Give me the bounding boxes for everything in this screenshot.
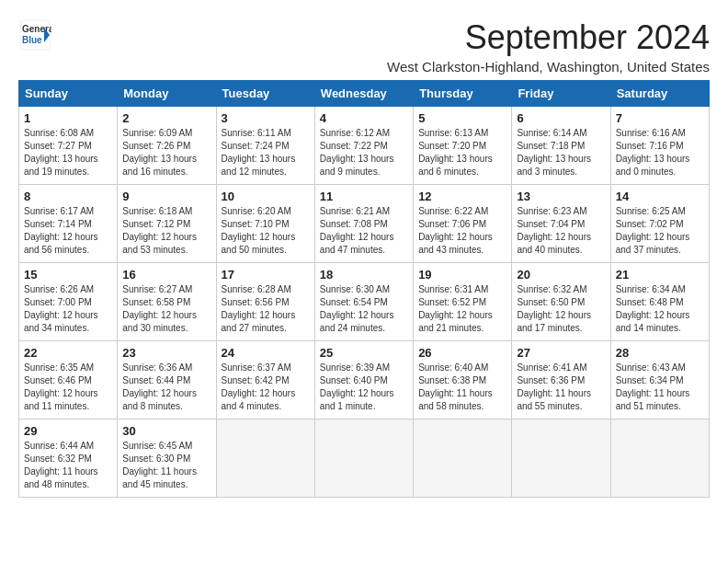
weekday-header-thursday: Thursday: [414, 81, 512, 107]
svg-text:Blue: Blue: [22, 35, 42, 45]
day-cell: 8Sunrise: 6:17 AMSunset: 7:14 PMDaylight…: [19, 185, 118, 263]
day-info: Sunrise: 6:27 AMSunset: 6:58 PMDaylight:…: [122, 283, 210, 335]
day-cell: [314, 419, 413, 498]
day-number: 15: [24, 268, 112, 282]
day-info: Sunrise: 6:20 AMSunset: 7:10 PMDaylight:…: [222, 205, 310, 257]
day-cell: 3Sunrise: 6:11 AMSunset: 7:24 PMDaylight…: [216, 107, 314, 185]
day-info: Sunrise: 6:13 AMSunset: 7:20 PMDaylight:…: [418, 127, 506, 178]
day-cell: 11Sunrise: 6:21 AMSunset: 7:08 PMDayligh…: [314, 185, 413, 263]
day-cell: 2Sunrise: 6:09 AMSunset: 7:26 PMDaylight…: [118, 107, 216, 185]
day-number: 22: [24, 346, 112, 360]
day-cell: [414, 419, 512, 498]
day-number: 13: [517, 190, 605, 203]
day-info: Sunrise: 6:25 AMSunset: 7:02 PMDaylight:…: [616, 205, 704, 257]
day-info: Sunrise: 6:16 AMSunset: 7:16 PMDaylight:…: [616, 127, 704, 178]
calendar-title: September 2024: [387, 18, 710, 57]
day-cell: 14Sunrise: 6:25 AMSunset: 7:02 PMDayligh…: [610, 185, 709, 263]
day-info: Sunrise: 6:26 AMSunset: 7:00 PMDaylight:…: [24, 283, 112, 335]
week-row-3: 15Sunrise: 6:26 AMSunset: 7:00 PMDayligh…: [19, 263, 710, 341]
day-info: Sunrise: 6:36 AMSunset: 6:44 PMDaylight:…: [122, 362, 210, 413]
day-number: 17: [222, 268, 310, 282]
day-number: 14: [616, 190, 704, 203]
week-row-1: 1Sunrise: 6:08 AMSunset: 7:27 PMDaylight…: [19, 107, 710, 185]
header: General Blue September 2024 West Clarkst…: [18, 18, 710, 75]
day-cell: 1Sunrise: 6:08 AMSunset: 7:27 PMDaylight…: [19, 107, 118, 185]
day-info: Sunrise: 6:28 AMSunset: 6:56 PMDaylight:…: [222, 283, 310, 335]
day-number: 5: [418, 111, 506, 125]
day-number: 20: [517, 268, 605, 282]
day-cell: [512, 419, 610, 498]
day-cell: 10Sunrise: 6:20 AMSunset: 7:10 PMDayligh…: [216, 185, 314, 263]
day-cell: 29Sunrise: 6:44 AMSunset: 6:32 PMDayligh…: [19, 419, 118, 498]
weekday-header-sunday: Sunday: [19, 81, 118, 107]
title-block: September 2024 West Clarkston-Highland, …: [387, 18, 710, 75]
day-info: Sunrise: 6:39 AMSunset: 6:40 PMDaylight:…: [320, 362, 408, 413]
logo-icon: General Blue: [18, 18, 51, 55]
day-cell: 28Sunrise: 6:43 AMSunset: 6:34 PMDayligh…: [610, 341, 709, 419]
day-cell: [216, 419, 314, 498]
day-info: Sunrise: 6:44 AMSunset: 6:32 PMDaylight:…: [24, 440, 112, 491]
weekday-header-monday: Monday: [118, 81, 216, 107]
day-number: 27: [517, 346, 605, 360]
day-cell: 24Sunrise: 6:37 AMSunset: 6:42 PMDayligh…: [216, 341, 314, 419]
day-info: Sunrise: 6:09 AMSunset: 7:26 PMDaylight:…: [122, 127, 210, 178]
day-number: 1: [24, 111, 112, 125]
day-number: 21: [616, 268, 704, 282]
day-cell: 13Sunrise: 6:23 AMSunset: 7:04 PMDayligh…: [512, 185, 610, 263]
day-info: Sunrise: 6:40 AMSunset: 6:38 PMDaylight:…: [418, 362, 506, 413]
header-row: SundayMondayTuesdayWednesdayThursdayFrid…: [19, 81, 710, 107]
day-info: Sunrise: 6:11 AMSunset: 7:24 PMDaylight:…: [222, 127, 310, 178]
day-info: Sunrise: 6:32 AMSunset: 6:50 PMDaylight:…: [517, 283, 605, 335]
day-cell: 26Sunrise: 6:40 AMSunset: 6:38 PMDayligh…: [414, 341, 512, 419]
day-cell: 16Sunrise: 6:27 AMSunset: 6:58 PMDayligh…: [118, 263, 216, 341]
day-cell: 20Sunrise: 6:32 AMSunset: 6:50 PMDayligh…: [512, 263, 610, 341]
week-row-5: 29Sunrise: 6:44 AMSunset: 6:32 PMDayligh…: [19, 419, 710, 498]
day-info: Sunrise: 6:35 AMSunset: 6:46 PMDaylight:…: [24, 362, 112, 413]
logo: General Blue: [18, 18, 51, 55]
day-number: 24: [222, 346, 310, 360]
day-cell: 12Sunrise: 6:22 AMSunset: 7:06 PMDayligh…: [414, 185, 512, 263]
week-row-2: 8Sunrise: 6:17 AMSunset: 7:14 PMDaylight…: [19, 185, 710, 263]
day-info: Sunrise: 6:21 AMSunset: 7:08 PMDaylight:…: [320, 205, 408, 257]
day-number: 19: [418, 268, 506, 282]
weekday-header-friday: Friday: [512, 81, 610, 107]
day-info: Sunrise: 6:45 AMSunset: 6:30 PMDaylight:…: [122, 440, 210, 491]
day-number: 7: [616, 111, 704, 125]
day-cell: 4Sunrise: 6:12 AMSunset: 7:22 PMDaylight…: [314, 107, 413, 185]
day-number: 25: [320, 346, 408, 360]
day-cell: 27Sunrise: 6:41 AMSunset: 6:36 PMDayligh…: [512, 341, 610, 419]
day-cell: [610, 419, 709, 498]
day-number: 10: [222, 190, 310, 203]
day-info: Sunrise: 6:18 AMSunset: 7:12 PMDaylight:…: [122, 205, 210, 257]
day-number: 12: [418, 190, 506, 203]
day-info: Sunrise: 6:41 AMSunset: 6:36 PMDaylight:…: [517, 362, 605, 413]
day-number: 3: [222, 111, 310, 125]
day-info: Sunrise: 6:34 AMSunset: 6:48 PMDaylight:…: [616, 283, 704, 335]
day-number: 11: [320, 190, 408, 203]
day-number: 9: [122, 190, 210, 203]
day-info: Sunrise: 6:14 AMSunset: 7:18 PMDaylight:…: [517, 127, 605, 178]
day-number: 6: [517, 111, 605, 125]
day-info: Sunrise: 6:23 AMSunset: 7:04 PMDaylight:…: [517, 205, 605, 257]
day-cell: 17Sunrise: 6:28 AMSunset: 6:56 PMDayligh…: [216, 263, 314, 341]
day-number: 8: [24, 190, 112, 203]
day-cell: 5Sunrise: 6:13 AMSunset: 7:20 PMDaylight…: [414, 107, 512, 185]
weekday-header-saturday: Saturday: [610, 81, 709, 107]
day-info: Sunrise: 6:31 AMSunset: 6:52 PMDaylight:…: [418, 283, 506, 335]
day-cell: 21Sunrise: 6:34 AMSunset: 6:48 PMDayligh…: [610, 263, 709, 341]
day-cell: 30Sunrise: 6:45 AMSunset: 6:30 PMDayligh…: [118, 419, 216, 498]
day-cell: 6Sunrise: 6:14 AMSunset: 7:18 PMDaylight…: [512, 107, 610, 185]
day-info: Sunrise: 6:37 AMSunset: 6:42 PMDaylight:…: [222, 362, 310, 413]
day-info: Sunrise: 6:43 AMSunset: 6:34 PMDaylight:…: [616, 362, 704, 413]
weekday-header-tuesday: Tuesday: [216, 81, 314, 107]
day-cell: 18Sunrise: 6:30 AMSunset: 6:54 PMDayligh…: [314, 263, 413, 341]
day-cell: 15Sunrise: 6:26 AMSunset: 7:00 PMDayligh…: [19, 263, 118, 341]
calendar-subtitle: West Clarkston-Highland, Washington, Uni…: [387, 59, 710, 75]
day-info: Sunrise: 6:22 AMSunset: 7:06 PMDaylight:…: [418, 205, 506, 257]
day-info: Sunrise: 6:12 AMSunset: 7:22 PMDaylight:…: [320, 127, 408, 178]
day-cell: 19Sunrise: 6:31 AMSunset: 6:52 PMDayligh…: [414, 263, 512, 341]
day-info: Sunrise: 6:17 AMSunset: 7:14 PMDaylight:…: [24, 205, 112, 257]
day-cell: 7Sunrise: 6:16 AMSunset: 7:16 PMDaylight…: [610, 107, 709, 185]
day-number: 29: [24, 424, 112, 438]
day-cell: 23Sunrise: 6:36 AMSunset: 6:44 PMDayligh…: [118, 341, 216, 419]
